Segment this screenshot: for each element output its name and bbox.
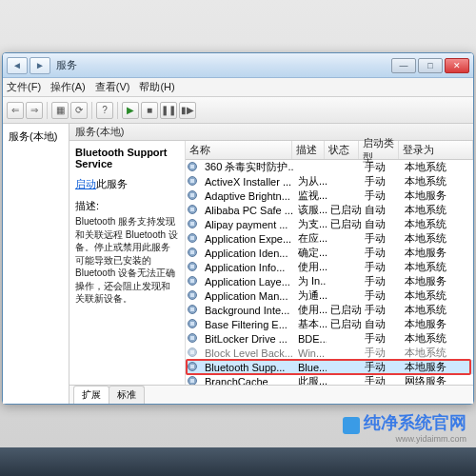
cell-logon: 本地服务	[401, 246, 458, 260]
cell-desc: 使用...	[294, 260, 327, 274]
cell-name: Bluetooth Supp...	[201, 362, 294, 373]
tree-root[interactable]: 服务(本地)	[7, 128, 65, 146]
table-row[interactable]: Application Iden...确定...手动本地服务	[186, 246, 473, 260]
column-headers[interactable]: 名称 描述 状态 启动类型 登录为	[186, 141, 473, 160]
table-row[interactable]: BitLocker Drive ...BDE...手动本地系统	[186, 331, 473, 346]
gear-icon	[188, 176, 199, 188]
help-icon[interactable]: ?	[96, 102, 113, 119]
cell-name: 360 杀毒实时防护...	[201, 160, 294, 174]
separator	[91, 102, 92, 119]
cell-start: 手动	[361, 346, 401, 360]
cell-logon: 本地系统	[401, 160, 458, 174]
menu-help[interactable]: 帮助(H)	[139, 80, 174, 94]
gear-icon	[188, 362, 199, 373]
cell-logon: 本地系统	[401, 303, 458, 317]
back-button[interactable]: ◄	[7, 57, 28, 74]
cell-status: 已启动	[327, 317, 361, 331]
table-row[interactable]: Bluetooth Supp...Blue...手动本地服务	[186, 360, 473, 374]
watermark-icon	[343, 417, 360, 434]
col-start[interactable]: 启动类型	[359, 141, 399, 159]
tab-extended[interactable]: 扩展	[73, 386, 109, 404]
gear-icon	[188, 290, 199, 302]
table-row[interactable]: Application Man...为通...手动本地系统	[186, 288, 473, 303]
cell-desc: 为 In...	[294, 274, 327, 288]
services-rows[interactable]: 360 杀毒实时防护...手动本地系统ActiveX Installer ...…	[186, 160, 473, 385]
export-icon[interactable]: ▦	[51, 102, 69, 119]
cell-logon: 本地服务	[401, 360, 458, 374]
pane-title: 服务(本地)	[75, 125, 124, 139]
desktop: ◄ ► 服务 — □ ✕ 文件(F) 操作(A) 查看(V) 帮助(H) ⇐ ⇒…	[0, 0, 476, 476]
cell-name: Alibaba PC Safe ...	[201, 205, 294, 216]
gear-icon	[188, 305, 199, 316]
cell-logon: 本地系统	[401, 288, 458, 303]
table-row[interactable]: Application Expe...在应...手动本地系统	[186, 231, 473, 246]
col-name[interactable]: 名称	[186, 141, 292, 159]
cell-start: 手动	[361, 260, 401, 274]
table-row[interactable]: Base Filtering E...基本...已启动自动本地服务	[186, 317, 473, 331]
cell-name: Application Iden...	[201, 248, 294, 259]
maximize-button[interactable]: □	[418, 58, 443, 73]
gear-icon	[188, 233, 199, 245]
close-button[interactable]: ✕	[445, 58, 469, 73]
col-logon[interactable]: 登录为	[399, 141, 473, 159]
separator	[117, 102, 118, 119]
cell-logon: 本地系统	[401, 231, 458, 246]
cell-logon: 本地系统	[401, 346, 458, 360]
watermark: 纯净系统官网 www.yidaimm.com	[343, 411, 466, 444]
table-row[interactable]: Alibaba PC Safe ...该服...已启动自动本地系统	[186, 203, 473, 217]
left-tree-pane[interactable]: 服务(本地)	[3, 124, 69, 404]
cell-logon: 本地系统	[401, 260, 458, 274]
cell-desc: BDE...	[294, 333, 327, 345]
table-row[interactable]: Alipay payment ...为支...已启动自动本地系统	[186, 217, 473, 231]
refresh-icon[interactable]: ⟳	[70, 102, 88, 119]
table-row[interactable]: 360 杀毒实时防护...手动本地系统	[186, 160, 473, 174]
table-row[interactable]: Background Inte...使用...已启动手动本地系统	[186, 303, 473, 317]
cell-name: Background Inte...	[201, 305, 294, 316]
menu-view[interactable]: 查看(V)	[95, 80, 130, 94]
table-row[interactable]: Application Laye...为 In...手动本地服务	[186, 274, 473, 288]
cell-start: 手动	[361, 360, 401, 374]
cell-name: Application Expe...	[201, 233, 294, 245]
menu-bar: 文件(F) 操作(A) 查看(V) 帮助(H)	[3, 78, 473, 97]
title-bar[interactable]: ◄ ► 服务 — □ ✕	[3, 53, 473, 78]
gear-icon	[188, 376, 199, 386]
description-label: 描述:	[75, 199, 179, 213]
services-list-pane: 名称 描述 状态 启动类型 登录为 360 杀毒实时防护...手动本地系统Act…	[186, 141, 473, 385]
cell-desc: 在应...	[294, 231, 327, 246]
col-desc[interactable]: 描述	[292, 141, 325, 159]
stop-icon[interactable]: ■	[141, 102, 158, 119]
cell-logon: 本地系统	[401, 203, 458, 217]
play-icon[interactable]: ▶	[122, 102, 139, 119]
forward-icon[interactable]: ⇒	[26, 102, 43, 119]
table-row[interactable]: Block Level Back...Win...手动本地系统	[186, 346, 473, 360]
pause-icon[interactable]: ❚❚	[160, 102, 177, 119]
start-service-link[interactable]: 启动此服务	[75, 177, 179, 191]
description-text: Bluetooth 服务支持发现和关联远程 Bluetooth 设备。停止或禁用…	[75, 215, 179, 306]
table-row[interactable]: Adaptive Brightn...监视...手动本地服务	[186, 188, 473, 203]
cell-name: Application Laye...	[201, 276, 294, 288]
cell-start: 手动	[361, 160, 401, 174]
table-row[interactable]: Application Info...使用...手动本地系统	[186, 260, 473, 274]
cell-start: 手动	[361, 188, 401, 203]
cell-status: 已启动	[327, 217, 361, 231]
menu-file[interactable]: 文件(F)	[7, 80, 41, 94]
cell-name: BitLocker Drive ...	[201, 333, 294, 345]
table-row[interactable]: BranchCache此服...手动网络服务	[186, 374, 473, 385]
restart-icon[interactable]: ▮▶	[179, 102, 196, 119]
start-suffix: 此服务	[96, 178, 128, 189]
start-link[interactable]: 启动	[75, 178, 96, 189]
forward-button[interactable]: ►	[30, 57, 50, 74]
menu-action[interactable]: 操作(A)	[50, 80, 86, 94]
col-status[interactable]: 状态	[325, 141, 359, 159]
back-icon[interactable]: ⇐	[7, 102, 24, 119]
cell-name: Base Filtering E...	[201, 319, 294, 330]
minimize-button[interactable]: —	[391, 58, 416, 73]
tab-standard[interactable]: 标准	[109, 386, 145, 404]
cell-start: 手动	[361, 331, 401, 346]
right-pane: 服务(本地) Bluetooth Support Service 启动此服务 描…	[69, 124, 473, 404]
table-row[interactable]: ActiveX Installer ...为从...手动本地系统	[186, 174, 473, 188]
cell-start: 自动	[361, 317, 401, 331]
cell-logon: 本地系统	[401, 331, 458, 346]
cell-start: 手动	[361, 288, 401, 303]
taskbar[interactable]	[0, 447, 476, 476]
